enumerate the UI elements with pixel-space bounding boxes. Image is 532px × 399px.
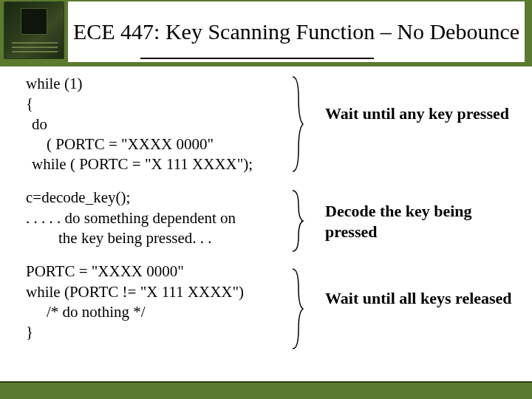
footer-band (0, 383, 532, 399)
brace-1 (290, 75, 304, 173)
code-block-1: while (1) { do ( PORTC = "XXXX 0000" whi… (26, 74, 288, 174)
code-block-2: c=decode_key(); . . . . . do something d… (26, 188, 288, 248)
code-line: PORTC = "XXXX 0000" (26, 262, 288, 282)
code-line: . . . . . do something dependent on (26, 208, 288, 228)
code-line: while (1) (26, 74, 288, 94)
slide-title: ECE 447: Key Scanning Function – No Debo… (73, 18, 519, 45)
chip-image (4, 1, 64, 59)
code-line: while ( PORTC = "X 111 XXXX"); (26, 154, 288, 174)
chip-die (21, 8, 47, 35)
annotation-1: Wait until any key pressed (325, 103, 509, 124)
body-area: while (1) { do ( PORTC = "XXXX 0000" whi… (0, 74, 532, 381)
title-box: ECE 447: Key Scanning Function – No Debo… (68, 1, 525, 62)
brace-3 (290, 267, 304, 350)
code-line: { (26, 94, 288, 114)
brace-2 (290, 189, 304, 253)
code-line: c=decode_key(); (26, 188, 288, 208)
annotation-2: Decode the key being pressed (325, 201, 517, 242)
title-underline (140, 58, 374, 59)
code-column: while (1) { do ( PORTC = "XXXX 0000" whi… (26, 74, 288, 356)
chip-trace (12, 51, 58, 52)
chip-trace (12, 47, 58, 48)
code-line: while (PORTC != "X 111 XXXX") (26, 282, 288, 302)
code-block-3: PORTC = "XXXX 0000" while (PORTC != "X 1… (26, 262, 288, 342)
code-line: do (26, 115, 288, 134)
code-line: the key being pressed. . . (26, 228, 288, 248)
annotation-3: Wait until all keys released (325, 288, 512, 309)
code-line: /* do nothing */ (26, 302, 288, 322)
code-line: ( PORTC = "XXXX 0000" (26, 134, 288, 154)
chip-trace (12, 42, 58, 44)
code-line: } (26, 322, 288, 342)
slide: ECE 447: Key Scanning Function – No Debo… (0, 0, 532, 399)
